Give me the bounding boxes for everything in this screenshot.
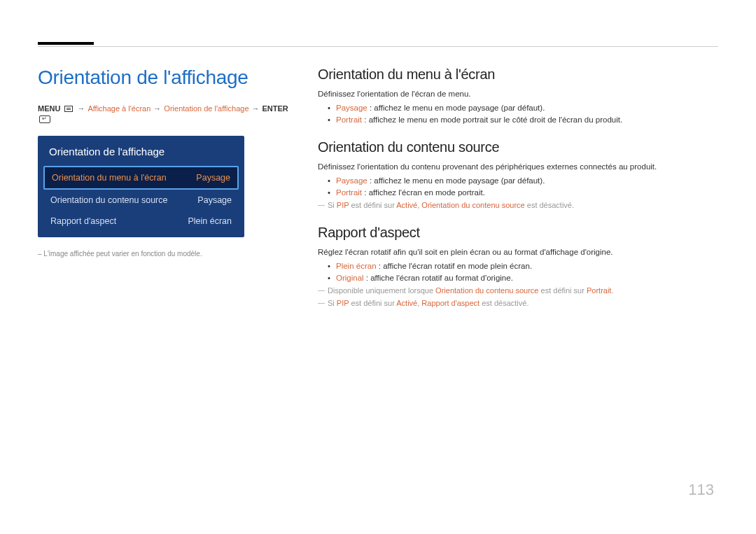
note-text: Si (328, 201, 337, 209)
option-item: Paysage : affichez le menu en mode paysa… (318, 176, 718, 185)
option-item: Original : affiche l'écran rotatif au fo… (318, 274, 718, 282)
osd-row-label: Orientation du contenu source (50, 195, 197, 205)
option-key: Paysage (336, 104, 368, 112)
osd-row-label: Orientation du menu à l'écran (52, 173, 196, 183)
image-disclaimer: L'image affichée peut varier en fonction… (38, 250, 290, 258)
section-title: Orientation du contenu source (318, 139, 718, 155)
note-text: Disponible uniquement lorsque (328, 286, 435, 295)
option-item: Plein écran : affiche l'écran rotatif en… (318, 262, 718, 270)
note-key: Rapport d'aspect (421, 299, 479, 307)
option-item: Paysage : affichez le menu en mode paysa… (318, 104, 718, 112)
breadcrumb-menu-label: MENU (38, 104, 60, 113)
note-key: Orientation du contenu source (435, 286, 538, 295)
osd-row[interactable]: Rapport d'aspect Plein écran (43, 211, 239, 232)
header-divider (38, 46, 718, 47)
option-key: Portrait (336, 115, 362, 124)
note-key: Portrait (587, 286, 611, 295)
note-key: Orientation du contenu source (421, 201, 524, 209)
header-accent-bar (38, 42, 94, 45)
section-title: Rapport d'aspect (318, 225, 718, 241)
section-aspect-ratio: Rapport d'aspect Réglez l'écran rotatif … (318, 225, 718, 307)
option-item: Portrait : affichez l'écran en mode port… (318, 188, 718, 197)
option-key: Original (336, 274, 364, 282)
osd-row-selected[interactable]: Orientation du menu à l'écran Paysage (43, 166, 239, 190)
breadcrumb-arrow: → (153, 104, 161, 113)
left-column: Orientation de l'affichage MENU → Affich… (38, 66, 290, 323)
option-text: : affichez le menu en mode paysage (par … (368, 104, 545, 112)
note-key: PIP (337, 299, 349, 307)
option-text: : affiche l'écran rotatif au format d'or… (364, 274, 513, 282)
note-text: est défini sur (349, 201, 396, 209)
option-text: : affiche l'écran rotatif en mode plein … (377, 262, 533, 270)
note-text: est défini sur (538, 286, 586, 295)
note-text: . (611, 286, 613, 295)
note-text: est désactivé. (479, 299, 528, 307)
note-text: est défini sur (349, 299, 396, 307)
breadcrumb-step-1: Affichage à l'écran (88, 104, 150, 113)
osd-row-label: Rapport d'aspect (50, 216, 188, 226)
osd-row-value: Paysage (196, 173, 230, 183)
enter-icon (39, 115, 50, 123)
note: Si PIP est défini sur Activé, Orientatio… (318, 201, 718, 209)
section-description: Définissez l'orientation de l'écran de m… (318, 90, 718, 98)
option-text: : affichez le menu en mode paysage (par … (368, 176, 545, 185)
note-key: Activé (396, 201, 417, 209)
osd-row-value: Plein écran (188, 216, 232, 226)
note-text: Si (328, 299, 337, 307)
section-orientation-source: Orientation du contenu source Définissez… (318, 139, 718, 209)
right-column: Orientation du menu à l'écran Définissez… (318, 66, 718, 323)
note-text: est désactivé. (525, 201, 574, 209)
option-list: Plein écran : affiche l'écran rotatif en… (318, 262, 718, 282)
breadcrumb-enter-label: ENTER (262, 104, 288, 113)
option-key: Portrait (336, 188, 362, 197)
breadcrumb-arrow: → (252, 104, 260, 113)
note: Si PIP est défini sur Activé, Rapport d'… (318, 299, 718, 307)
note: Disponible uniquement lorsque Orientatio… (318, 286, 718, 295)
page-number: 113 (688, 481, 714, 499)
option-text: : affichez l'écran en mode portrait. (362, 188, 485, 197)
page-content: Orientation de l'affichage MENU → Affich… (38, 66, 718, 323)
option-key: Paysage (336, 176, 368, 185)
breadcrumb: MENU → Affichage à l'écran → Orientation… (38, 104, 290, 123)
option-key: Plein écran (336, 262, 377, 270)
osd-panel-title: Orientation de l'affichage (43, 141, 239, 166)
section-description: Définissez l'orientation du contenu prov… (318, 162, 718, 171)
note-key: Activé (396, 299, 417, 307)
option-text: : affichez le menu en mode portrait sur … (362, 115, 622, 124)
breadcrumb-arrow: → (77, 104, 85, 113)
osd-row[interactable]: Orientation du contenu source Paysage (43, 190, 239, 211)
option-list: Paysage : affichez le menu en mode paysa… (318, 104, 718, 124)
note-key: PIP (337, 201, 349, 209)
section-orientation-menu: Orientation du menu à l'écran Définissez… (318, 66, 718, 124)
section-description: Réglez l'écran rotatif afin qu'il soit e… (318, 248, 718, 256)
menu-icon (64, 106, 73, 112)
osd-panel: Orientation de l'affichage Orientation d… (38, 136, 244, 237)
breadcrumb-step-2: Orientation de l'affichage (164, 104, 248, 113)
section-title: Orientation du menu à l'écran (318, 66, 718, 83)
page-title: Orientation de l'affichage (38, 66, 290, 89)
option-list: Paysage : affichez le menu en mode paysa… (318, 176, 718, 197)
option-item: Portrait : affichez le menu en mode port… (318, 115, 718, 124)
osd-row-value: Paysage (197, 195, 232, 205)
